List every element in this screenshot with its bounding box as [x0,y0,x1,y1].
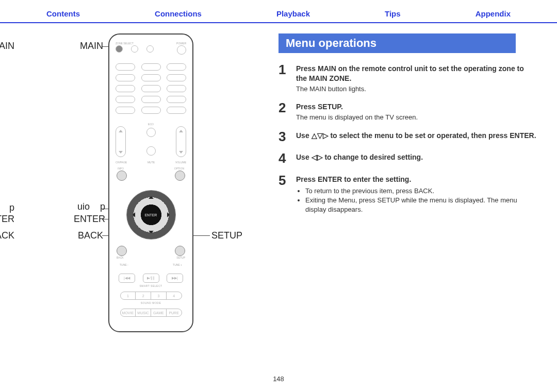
step-number: 2 [278,100,296,122]
bullet: Exiting the Menu, press SETUP while the … [305,196,536,214]
step-2: 2 Press SETUP. The menu is displayed on … [278,100,536,122]
step-heading: Press ENTER to enter the setting. [296,175,536,184]
page-body: MAIN uio p ENTER BACK SETUP ZONE SELECTP… [0,23,557,348]
instructions-column: Menu operations 1 Press MAIN on the remo… [268,33,536,348]
step-detail: The menu is displayed on the TV screen. [296,113,536,122]
nav-contents[interactable]: Contents [46,9,80,18]
step-detail: The MAIN button lights. [296,84,536,94]
bullet: To return to the previous item, press BA… [305,186,536,196]
step-heading: Use ◁▷ to change to desired setting. [296,152,536,162]
remote-diagram: MAIN uio p ENTER BACK SETUP ZONE SELECTP… [21,33,268,348]
callout-back: BACK [0,230,14,241]
step-1: 1 Press MAIN on the remote control unit … [278,62,536,93]
callout-enter: ENTER [0,214,14,225]
callout-main-abs: MAIN [67,41,103,52]
nav-tips[interactable]: Tips [385,9,401,18]
callout-cursors-abs: uio p [65,201,105,212]
step-number: 1 [278,62,296,93]
nav-playback[interactable]: Playback [276,9,310,18]
step-number: 3 [278,129,296,144]
callout-back-abs: BACK [67,230,103,241]
section-title: Menu operations [278,33,516,53]
callout-main: MAIN [0,41,14,52]
callout-cursors: uio p [0,202,14,213]
nav-connections[interactable]: Connections [155,9,202,18]
callout-enter-abs: ENTER [65,214,105,225]
page-number: 148 [0,375,557,383]
step-4: 4 Use ◁▷ to change to desired setting. [278,151,536,166]
nav-appendix[interactable]: Appendix [476,9,511,18]
step-heading: Press SETUP. [296,102,536,112]
step-5: 5 Press ENTER to enter the setting. To r… [278,173,536,214]
step-heading: Press MAIN on the remote control unit to… [296,64,536,83]
step-bullets: To return to the previous item, press BA… [296,186,536,215]
step-number: 5 [278,173,296,214]
step-3: 3 Use △▽▷ to select the menu to be set o… [278,129,536,144]
callout-setup-abs: SETUP [211,230,242,241]
step-heading: Use △▽▷ to select the menu to be set or … [296,131,536,141]
top-nav: Contents Connections Playback Tips Appen… [0,0,557,23]
step-number: 4 [278,151,296,166]
